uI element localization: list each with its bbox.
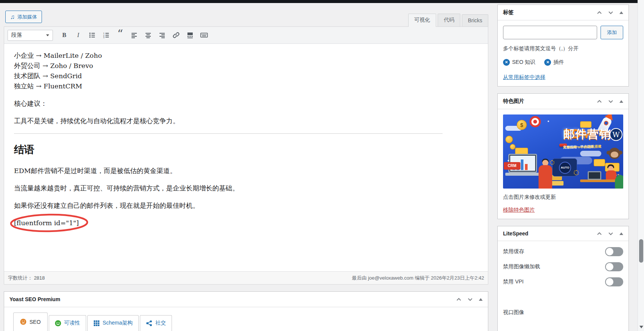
bulleted-list-button[interactable]	[87, 30, 98, 40]
move-up-button[interactable]	[597, 100, 602, 103]
remove-featured-image-link[interactable]: 移除特色图片	[503, 207, 535, 213]
toolbar-toggle-button[interactable]	[198, 30, 210, 40]
seo-score-icon	[20, 319, 26, 325]
target-icon	[529, 116, 541, 127]
move-up-button[interactable]	[597, 11, 602, 14]
scrollbar-thumb[interactable]	[639, 239, 643, 263]
align-right-icon	[158, 31, 166, 39]
yoast-tab-schema[interactable]: Schema架构	[87, 315, 139, 331]
paragraph-shortcode: [fluentform id="1"]	[14, 218, 443, 228]
add-media-button[interactable]: ♫ 添加媒体	[5, 11, 42, 23]
schema-grid-icon	[93, 320, 100, 326]
page-scrollbar[interactable]	[638, 0, 644, 331]
automation-panel-graphic: AUTO	[552, 158, 577, 176]
tag-chip: ✕ SEO 知识	[503, 59, 535, 66]
collapse-toggle-button[interactable]	[619, 100, 623, 103]
post-editor-column: ♫ 添加媒体 可视化 代码 Bricks 段落 B I	[4, 3, 488, 331]
tab-visual[interactable]: 可视化	[408, 14, 436, 27]
link-icon	[172, 31, 180, 39]
svg-text:3: 3	[103, 36, 105, 39]
readability-score-icon	[55, 320, 61, 326]
add-tag-button[interactable]: 添加	[601, 26, 623, 39]
litespeed-option-row: 视口图像	[498, 306, 629, 319]
numbered-list-button[interactable]: 1 2 3	[101, 30, 112, 40]
move-down-button[interactable]	[608, 232, 613, 235]
paragraph-traffic-cost: 当流量越来越贵时，真正可控、可持续的营销方式，是企业长期增长的基础。	[14, 183, 443, 193]
paragraph-call-to-action: 如果你还没有建立自己的邮件列表，现在就是开始的最佳时机。	[14, 201, 443, 211]
paragraph-format-select[interactable]: 段落	[8, 30, 53, 41]
tag-chip: ✕ 插件	[544, 59, 564, 66]
option-label: 视口图像	[503, 309, 524, 316]
disable-lazyload-toggle[interactable]	[605, 262, 623, 271]
media-note-icon: ♫	[10, 14, 15, 20]
share-icon	[146, 320, 152, 326]
editor-statusbar: 字数统计： 2818 最后由 joe@veloxaweb.com 编辑于 202…	[4, 271, 488, 284]
align-center-button[interactable]	[142, 30, 154, 40]
yoast-tab-seo[interactable]: SEO	[13, 312, 48, 331]
editor-sidebar: 标签 添加 多个标签请用英文逗号（,）分开 ✕ SEO 知识 ✕ 插件	[497, 5, 629, 331]
scroll-down-button[interactable]	[639, 326, 643, 328]
editor-box: 段落 B I 1 2 3 “	[4, 26, 488, 285]
tag-label: SEO 知识	[512, 59, 535, 66]
last-edited-info: 最后由 joe@veloxaweb.com 编辑于 2026年2月23日上午2:…	[352, 275, 484, 282]
tag-label: 插件	[553, 59, 564, 66]
move-down-button[interactable]	[468, 298, 473, 301]
collapse-toggle-button[interactable]	[619, 11, 623, 14]
plant-graphic	[615, 175, 623, 189]
featured-image-thumbnail[interactable]: $ W EDM邮件营销 完整指南：平台选择 & WordPress自动化搭建	[503, 114, 623, 189]
post-content-area[interactable]: 小企业 → MailerLite / Zoho 外贸公司 → Zoho / Br…	[4, 44, 488, 271]
italic-button[interactable]: I	[73, 30, 84, 40]
align-right-button[interactable]	[156, 30, 168, 40]
option-label: 禁用缓存	[503, 248, 524, 255]
formatting-toolbar: 段落 B I 1 2 3 “	[4, 27, 488, 44]
option-label: 禁用图像懒加载	[503, 263, 540, 270]
litespeed-option-row: 禁用 VPI	[498, 274, 629, 289]
move-down-button[interactable]	[608, 100, 613, 103]
bold-button[interactable]: B	[59, 30, 70, 40]
collapse-toggle-button[interactable]	[479, 298, 483, 301]
remove-tag-icon[interactable]: ✕	[503, 59, 510, 66]
option-label: 禁用 VPI	[503, 278, 523, 285]
tags-panel-title: 标签	[503, 9, 514, 16]
new-tag-input[interactable]	[503, 26, 597, 39]
align-left-button[interactable]	[128, 30, 140, 40]
bulleted-list-icon	[88, 31, 96, 39]
chevron-down-icon	[46, 34, 49, 36]
conclusion-heading: 结语	[14, 143, 443, 156]
yoast-tab-social[interactable]: 社交	[140, 315, 172, 331]
tab-code[interactable]: 代码	[438, 14, 460, 26]
litespeed-panel-title: LiteSpeed	[503, 230, 528, 237]
remove-tag-icon[interactable]: ✕	[544, 59, 551, 66]
move-up-button[interactable]	[456, 298, 461, 301]
yoast-seo-panel: Yoast SEO Premium SEO	[4, 291, 488, 331]
read-more-button[interactable]	[184, 30, 196, 40]
read-more-icon	[186, 31, 194, 39]
blockquote-button[interactable]: “	[115, 30, 126, 40]
disable-vpi-toggle[interactable]	[605, 277, 623, 286]
collapse-toggle-button[interactable]	[619, 232, 623, 235]
move-up-button[interactable]	[597, 232, 602, 235]
featured-image-panel-title: 特色图片	[503, 98, 524, 105]
tab-bricks[interactable]: Bricks	[462, 14, 488, 26]
tags-panel: 标签 添加 多个标签请用英文逗号（,）分开 ✕ SEO 知识 ✕ 插件	[497, 5, 629, 87]
paragraph-edm-value: EDM邮件营销不是过时渠道，而是被低估的黄金渠道。	[14, 166, 443, 176]
tag-list: ✕ SEO 知识 ✕ 插件	[503, 59, 623, 66]
cloud-shape	[580, 151, 601, 156]
content-divider	[14, 133, 443, 134]
featured-image-panel: 特色图片 $ W	[497, 93, 629, 219]
laptop-graphic	[588, 171, 601, 180]
insert-link-button[interactable]	[170, 30, 182, 40]
gear-icon	[574, 170, 579, 175]
coin-icon	[510, 144, 516, 150]
tags-help-text: 多个标签请用英文逗号（,）分开	[503, 45, 623, 52]
litespeed-option-row: 禁用缓存	[498, 244, 629, 259]
yoast-tab-readability[interactable]: 可读性	[49, 315, 86, 331]
editor-header: ♫ 添加媒体 可视化 代码 Bricks	[4, 3, 488, 26]
sparkle	[595, 137, 597, 139]
move-down-button[interactable]	[608, 11, 613, 14]
choose-from-common-tags-link[interactable]: 从常用标签中选择	[503, 74, 545, 81]
featured-image-subtitle: 完整指南：平台选择 & WordPress自动化搭建	[559, 144, 567, 147]
wordpress-logo: W	[610, 128, 622, 141]
disable-cache-toggle[interactable]	[605, 247, 623, 256]
gear-icon	[550, 160, 554, 165]
